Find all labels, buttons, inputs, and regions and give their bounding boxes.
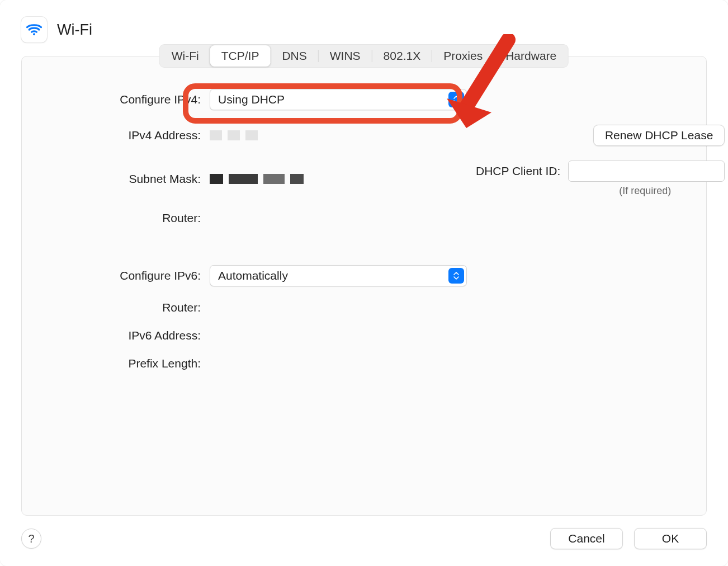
wifi-icon	[21, 17, 47, 43]
configure-ipv6-select[interactable]: Automatically	[210, 265, 467, 286]
dhcp-client-id-label: DHCP Client ID:	[476, 164, 560, 178]
content-panel: Wi-Fi TCP/IP DNS WINS 802.1X Proxies Har…	[21, 56, 707, 516]
updown-arrows-icon	[448, 268, 464, 284]
configure-ipv4-value: Using DHCP	[218, 93, 285, 106]
dhcp-client-id-hint: (If required)	[619, 185, 671, 197]
tab-8021x[interactable]: 802.1X	[372, 45, 432, 67]
tcpip-form: Configure IPv4: Using DHCP IPv4 Address:…	[44, 89, 684, 370]
router-ipv6-label: Router:	[44, 301, 201, 314]
ipv4-address-label: IPv4 Address:	[44, 129, 201, 142]
tab-proxies[interactable]: Proxies	[432, 45, 494, 67]
help-button[interactable]: ?	[21, 529, 41, 549]
subnet-mask-value	[210, 172, 467, 186]
configure-ipv4-label: Configure IPv4:	[44, 93, 201, 106]
footer: ? Cancel OK	[11, 516, 717, 566]
ipv6-address-label: IPv6 Address:	[44, 329, 201, 342]
network-settings-window: Wi-Fi Wi-Fi TCP/IP DNS WINS 802.1X Proxi…	[0, 0, 728, 566]
configure-ipv4-select[interactable]: Using DHCP	[210, 89, 467, 110]
ok-button[interactable]: OK	[634, 528, 707, 549]
renew-dhcp-lease-button[interactable]: Renew DHCP Lease	[593, 125, 725, 146]
configure-ipv6-label: Configure IPv6:	[44, 269, 201, 282]
subnet-mask-label: Subnet Mask:	[44, 172, 201, 186]
svg-point-0	[33, 33, 35, 35]
tab-tcpip[interactable]: TCP/IP	[210, 45, 271, 67]
tab-dns[interactable]: DNS	[271, 45, 318, 67]
prefix-length-label: Prefix Length:	[44, 357, 201, 370]
tab-wifi[interactable]: Wi-Fi	[160, 45, 210, 67]
dhcp-client-id-input[interactable]	[568, 161, 725, 182]
tab-hardware[interactable]: Hardware	[494, 45, 568, 67]
router-ipv4-label: Router:	[44, 211, 201, 225]
page-title: Wi-Fi	[57, 21, 92, 39]
cancel-button[interactable]: Cancel	[550, 528, 623, 549]
updown-arrows-icon	[448, 92, 464, 107]
tab-bar: Wi-Fi TCP/IP DNS WINS 802.1X Proxies Har…	[159, 44, 569, 68]
configure-ipv6-value: Automatically	[218, 269, 288, 282]
ipv4-address-value	[210, 129, 467, 142]
tab-wins[interactable]: WINS	[319, 45, 372, 67]
